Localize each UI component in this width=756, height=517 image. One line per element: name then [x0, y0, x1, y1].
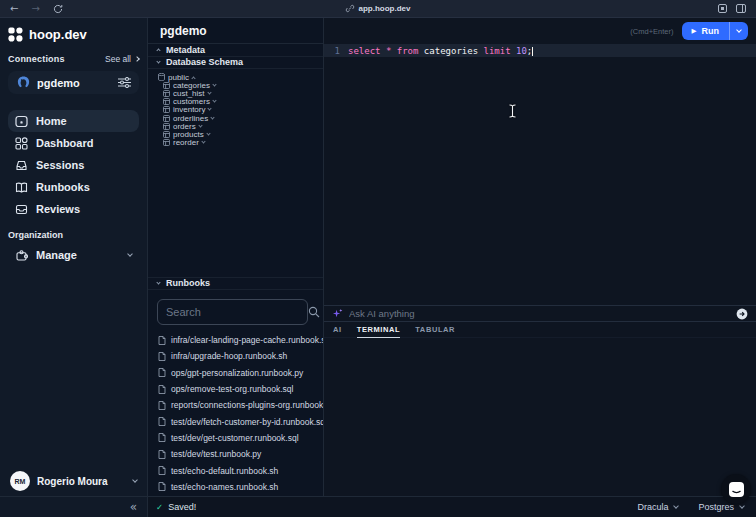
metadata-section-header[interactable]: Metadata: [148, 44, 323, 57]
tab-ai[interactable]: AI: [333, 325, 342, 337]
sidebar-item-label: Manage: [36, 249, 77, 261]
panel-title: pgdemo: [148, 18, 323, 44]
runbook-file-name: ops/gpt-personalization.runbook.py: [171, 368, 303, 378]
database-icon: [158, 73, 165, 81]
chevron-down-icon: [206, 131, 210, 135]
runbook-file-name: test/dev/get-customer.runbook.sql: [171, 433, 299, 443]
editor-region: (Cmd+Enter) ▶ Run 1 select * from catego…: [324, 18, 756, 496]
runbook-file-name: test/echo-names.runbook.sh: [171, 482, 278, 492]
connection-card-pgdemo[interactable]: pgdemo: [8, 71, 139, 94]
sidebar-item-label: Dashboard: [36, 137, 93, 149]
runbook-file-name: test/dev/test.runbook.py: [171, 449, 261, 459]
chevron-down-icon: [132, 477, 138, 483]
chevron-down-icon: [198, 123, 202, 127]
sparkle-icon: [332, 308, 343, 319]
table-icon: [163, 90, 170, 97]
tree-item-label: reorder: [173, 138, 199, 147]
chevron-down-icon: [739, 503, 745, 509]
table-icon: [163, 106, 170, 113]
sidebar-item-home[interactable]: Home: [8, 110, 139, 132]
editor-active-line[interactable]: 1 select * from categories limit 10;: [324, 44, 756, 57]
theme-select-value: Dracula: [637, 502, 668, 512]
tab-terminal[interactable]: TERMINAL: [357, 325, 401, 338]
runbooks-label: Runbooks: [166, 278, 210, 288]
chevron-down-icon: [156, 280, 160, 284]
runbook-file[interactable]: infra/upgrade-hoop.runbook.sh: [148, 348, 323, 364]
runbook-file[interactable]: ops/gpt-personalization.runbook.py: [148, 365, 323, 381]
engine-select-value: Postgres: [698, 502, 734, 512]
runbook-file[interactable]: test/dev/test.runbook.py: [148, 446, 323, 462]
sidebar-item-reviews[interactable]: Reviews: [8, 198, 139, 220]
runbook-file[interactable]: test/echo-names.runbook.sh: [148, 479, 323, 495]
file-icon: [158, 352, 166, 361]
collapse-sidebar-button[interactable]: «: [130, 500, 137, 514]
home-icon: [15, 115, 28, 128]
chat-icon: [729, 482, 744, 497]
browser-back-icon[interactable]: ←: [10, 4, 18, 14]
runbook-file[interactable]: test/dev/get-customer.runbook.sql: [148, 430, 323, 446]
address-bar[interactable]: app.hoop.dev: [346, 4, 411, 13]
chevron-down-icon: [736, 27, 742, 33]
browser-reload-icon[interactable]: [53, 4, 63, 14]
tree-item-table[interactable]: reorder: [158, 139, 323, 147]
run-options-button[interactable]: [730, 22, 748, 40]
chevron-down-icon: [201, 139, 205, 143]
sql-token: limit: [483, 46, 510, 56]
table-icon: [163, 131, 170, 138]
reviews-icon: [15, 203, 28, 216]
runbook-file[interactable]: reports/connections-plugins-org.runbook.…: [148, 397, 323, 413]
see-all-link[interactable]: See all: [105, 54, 139, 64]
search-icon: [308, 306, 320, 318]
sidebar-item-label: Home: [36, 115, 67, 127]
runbook-file[interactable]: test/dev/fetch-customer-by-id.runbook.sq…: [148, 413, 323, 429]
browser-chrome: ← → app.hoop.dev: [0, 0, 756, 18]
runbooks-section-header[interactable]: Runbooks: [148, 277, 323, 290]
ask-ai-input[interactable]: [349, 308, 730, 319]
file-icon: [158, 466, 166, 475]
runbook-file[interactable]: infra/clear-landing-page-cache.runbook.s…: [148, 332, 323, 348]
sidebar-item-dashboard[interactable]: Dashboard: [8, 132, 139, 154]
tab-tabular[interactable]: TABULAR: [415, 325, 455, 337]
organization-label: Organization: [0, 220, 147, 242]
sessions-icon: [15, 159, 28, 172]
connection-settings-icon[interactable]: [118, 77, 131, 88]
runbook-file-list: infra/clear-landing-page-cache.runbook.s…: [148, 332, 323, 495]
browser-sidebar-toggle-icon[interactable]: [736, 4, 746, 13]
run-label: Run: [702, 26, 720, 36]
puzzle-icon: [15, 249, 28, 262]
connections-label: Connections: [8, 54, 65, 64]
user-menu[interactable]: RM Rogerio Moura: [0, 468, 147, 494]
status-bar: ✓ Saved! Dracula Postgres: [148, 496, 756, 517]
send-icon[interactable]: [736, 308, 748, 320]
sql-token: categories: [418, 46, 483, 56]
chevron-down-icon: [207, 90, 211, 94]
sidebar-item-manage[interactable]: Manage: [8, 244, 139, 266]
chevron-up-icon: [156, 49, 160, 53]
browser-forward-icon[interactable]: →: [31, 4, 39, 14]
theme-select[interactable]: Dracula: [637, 502, 678, 512]
brand[interactable]: hoop.dev: [0, 18, 147, 50]
chat-widget-button[interactable]: [721, 474, 751, 504]
app-screen: ← → app.hoop.dev: [0, 0, 756, 517]
save-status: ✓ Saved!: [156, 502, 196, 512]
chevron-down-icon: [211, 115, 215, 119]
brand-name: hoop.dev: [29, 27, 87, 42]
table-icon: [163, 82, 170, 89]
file-icon: [158, 385, 166, 394]
sidebar-item-runbooks[interactable]: Runbooks: [8, 176, 139, 198]
browser-extension-icon[interactable]: [718, 4, 727, 13]
url-text: app.hoop.dev: [359, 4, 411, 13]
runbook-file-name: infra/upgrade-hoop.runbook.sh: [171, 351, 287, 361]
runbook-file[interactable]: ops/remove-test-org.runbook.sql: [148, 381, 323, 397]
dashboard-icon: [15, 137, 28, 150]
sidebar-item-sessions[interactable]: Sessions: [8, 154, 139, 176]
sidebar: hoop.dev Connections See all pgdemo: [0, 18, 148, 517]
result-tabs: AI TERMINAL TABULAR: [324, 322, 756, 338]
runbook-file[interactable]: test/echo-default.runbook.sh: [148, 462, 323, 478]
hoop-logo-icon: [8, 27, 23, 42]
line-number: 1: [328, 46, 340, 56]
search-input[interactable]: [166, 306, 308, 318]
schema-section-header[interactable]: Database Schema: [148, 57, 323, 70]
run-button[interactable]: ▶ Run: [682, 22, 730, 40]
sql-token: 10: [516, 46, 527, 56]
